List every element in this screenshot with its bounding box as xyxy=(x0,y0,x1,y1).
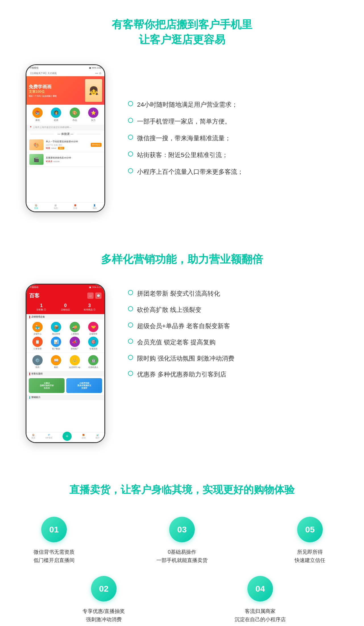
feature2-item-4: 会员充值 锁定老客 提高复购 xyxy=(128,338,338,347)
feature2-text-6: 优惠券 多种优惠券助力引客到店 xyxy=(137,370,226,379)
phone-icon-label-1: 课程 xyxy=(35,119,40,122)
phone-frame-1: 中国移动 ▣ 55% 3:00 【云模板免下单】天才画苑 ••• ⚙ 免费学画画… xyxy=(26,64,105,212)
phone-icon-shili: ⭐ 实力 xyxy=(88,108,98,122)
feature-dot-5 xyxy=(128,168,133,173)
phone-banner: 免费学画画 文章100位 现在一个月内【点击结账】课程 👧 xyxy=(26,76,104,105)
phone2-section-header-3: 营销助力 xyxy=(26,395,104,400)
feature-text-2: 一部手机管理一家店，简单方便。 xyxy=(137,117,231,126)
feature2-dot-1 xyxy=(128,290,133,295)
step-circle-03: 03 xyxy=(169,517,195,542)
phone-icon-circle-3: 🎨 xyxy=(70,108,80,118)
phone2-grid-icon-11: 👑 xyxy=(70,355,80,365)
phone2-grid-item-7: 📣 营销推广 xyxy=(66,337,84,350)
steps-row2: 02 专享优惠/直播抽奖 强刺激冲动消费 04 客流归属商家 沉淀在自己的小程序… xyxy=(26,576,338,624)
phone2-icon-msg[interactable]: 💬 xyxy=(95,293,102,299)
section1-title: 有客帮你把店搬到客户手机里 让客户逛店更容易 xyxy=(112,17,252,47)
feature-item-5: 小程序上百个流量入口带来更多客流； xyxy=(128,168,338,176)
feature-dot-1 xyxy=(128,101,133,106)
feature-dot-4 xyxy=(128,151,133,156)
phone-course-item-2: 🎬 直播课程体验色彩45分钟 ¥18.8 ¥15.98 xyxy=(26,152,104,167)
phone-nav-title: 【云模板免下单】天才画苑 xyxy=(29,72,57,75)
phone-course-price-old-1: ¥23.8 xyxy=(51,147,56,149)
step-item-03: 03 0基础易操作 一部手机就能直播卖货 xyxy=(154,517,210,565)
phone2-grid-icon-12: 🤖 xyxy=(88,355,98,365)
phone2-grid-icon-2: 📦 xyxy=(51,322,61,332)
phone2-nav-add[interactable]: + xyxy=(63,434,72,441)
phone2-status-bar: 中国移动 ▣ 70% 9:21 xyxy=(26,285,104,290)
feature2-text-2: 砍价高扩散 线上强裂变 xyxy=(137,306,201,314)
phone-course-pricing-1: ¥28 ¥23.8 课时 xyxy=(46,147,88,150)
phone2-banner-card-1: 大营识怎得才如何开好生生活 xyxy=(29,378,65,393)
phone-nav-bar: 【云模板免下单】天才画苑 ••• ⚙ xyxy=(26,71,104,76)
phone-course-title-2: 直播课程体验色彩45分钟 xyxy=(46,156,102,159)
steps-container: 01 微信背书无需资质 低门槛开启直播间 03 0基础易操作 一部手机就能直播卖… xyxy=(26,517,338,623)
phone-course-info-1: 单人一节色彩重造体验课45分钟 24477次 收藏 课时 ¥28 ¥23.8 课… xyxy=(46,140,88,150)
phone-icon-circle-2: 👩‍🏫 xyxy=(51,108,61,118)
feature2-text-1: 拼团老带新 裂变式引流高转化 xyxy=(137,289,220,298)
feature-item-2: 一部手机管理一家店，简单方便。 xyxy=(128,117,338,126)
feature2-dot-3 xyxy=(128,322,133,328)
phone2-header: 百客 □ 💬 xyxy=(26,290,104,301)
step-circle-02: 02 xyxy=(91,576,117,602)
phone2-nav-home[interactable]: 🏠首页 xyxy=(31,434,35,441)
phone2-grid-item-6: 📊 客户数据 xyxy=(47,337,65,350)
phone2-grid-icon-5: 📋 xyxy=(32,337,43,347)
section1-title-line2: 让客户逛店更容易 xyxy=(139,34,225,46)
phone-icon-label-4: 实力 xyxy=(91,119,96,122)
phone-course-price-1: ¥28 xyxy=(46,147,50,149)
phone2-nav-activity[interactable]: 🎁活动 xyxy=(82,434,86,441)
section1: 有客帮你把店搬到客户手机里 让客户逛店更容易 中国移动 ▣ 55% 3:00 【… xyxy=(0,0,364,235)
phone-screen-2: 中国移动 ▣ 70% 9:21 百客 □ 💬 1 xyxy=(26,285,104,442)
phone2-grid-item-2: 📦 商品管理 xyxy=(47,322,65,335)
phone2-bottom-nav: 🏠首页 💎VIP专区 + 🎁活动 📊统计 xyxy=(26,432,104,442)
phone2-grid-2: ⚙️ 软件 📖 教程 👑 会员审判 vip 🤖 xyxy=(26,353,104,371)
feature-item-1: 24小时随时随地满足用户营业需求； xyxy=(128,100,338,109)
phone-course-item-1: 🎨 单人一节色彩重造体验课45分钟 24477次 收藏 课时 ¥28 ¥23.8… xyxy=(26,138,104,152)
phone2-grid-item-9: ⚙️ 软件 xyxy=(29,355,46,369)
phone-screen-1: 中国移动 ▣ 55% 3:00 【云模板免下单】天才画苑 ••• ⚙ 免费学画画… xyxy=(26,65,104,211)
phone2-icon-scan[interactable]: □ xyxy=(87,293,94,299)
feature-item-4: 站街获客：附近5公里精准引流； xyxy=(128,151,338,160)
phone2-grid-item-5: 📋 订单管理 xyxy=(29,337,46,350)
section3: 直播卖货，让客户身临其境，实现更好的购物体验 01 微信背书无需资质 低门槛开启… xyxy=(0,466,364,626)
phone-course-btn-1[interactable]: 即时报名 xyxy=(91,143,102,147)
phone2-header-icons: □ 💬 xyxy=(87,293,102,299)
section1-content: 中国移动 ▣ 55% 3:00 【云模板免下单】天才画苑 ••• ⚙ 免费学画画… xyxy=(26,64,338,212)
feature-text-3: 微信搜一搜，带来海量精准流量； xyxy=(137,134,231,143)
phone-nav-item-home[interactable]: 🏠首页 xyxy=(34,204,38,210)
phone-course-price-2: ¥18.8 xyxy=(46,160,52,163)
step-circle-01: 01 xyxy=(41,517,67,542)
phone2-nav-stats[interactable]: 📊统计 xyxy=(96,434,100,441)
phone-icon-circle-1: 📚 xyxy=(32,108,43,118)
phone-course-price-old-2: ¥15.98 xyxy=(53,160,59,162)
phone2-grid-icon-6: 📊 xyxy=(51,337,61,347)
phone2-grid-icon-4: 🤝 xyxy=(88,322,98,332)
step-desc-01: 微信背书无需资质 低门槛开启直播间 xyxy=(34,548,75,565)
phone2-grid-item-8: 🎯 专属展期 xyxy=(85,337,102,350)
phone2-grid-icon-7: 📣 xyxy=(70,337,80,347)
phone-nav-item-mine[interactable]: 👤我的 xyxy=(93,204,97,210)
feature-item-3: 微信搜一搜，带来海量精准流量； xyxy=(128,134,338,143)
phone-icon-label-3: 作品 xyxy=(73,119,77,122)
phone-status-bar: 中国移动 ▣ 55% 3:00 xyxy=(26,65,104,71)
phone2-grid-1: 🏪 店铺中心 📦 商品管理 🚚 上质物流 🤝 xyxy=(26,320,104,353)
phone2-add-icon[interactable]: + xyxy=(63,432,72,441)
feature-text-4: 站街获客：附近5公里精准引流； xyxy=(137,151,228,160)
phone-nav-item-dongtai[interactable]: 📰动态 xyxy=(54,204,58,210)
feature2-dot-5 xyxy=(128,355,133,360)
phone-course-title-1: 单人一节色彩重造体验课45分钟 xyxy=(46,140,88,143)
phone2-nav-vip[interactable]: 💎VIP专区 xyxy=(45,434,52,441)
phone-course-thumb-1: 🎨 xyxy=(29,139,44,150)
phone-course-tag-1: 课时 xyxy=(58,147,64,149)
features-list-1: 24小时随时随地满足用户营业需求； 一部手机管理一家店，简单方便。 微信搜一搜，… xyxy=(128,100,338,176)
feature2-text-4: 会员充值 锁定老客 提高复购 xyxy=(137,338,216,347)
phone-banner-image: 👧 xyxy=(85,79,102,102)
phone-signal: ▣ 55% 3:00 xyxy=(89,67,102,69)
phone-nav-item-activity[interactable]: 🎁活动 xyxy=(73,204,77,210)
steps-row1: 01 微信背书无需资质 低门槛开启直播间 03 0基础易操作 一部手机就能直播卖… xyxy=(26,517,338,565)
phone-course-info-2: 直播课程体验色彩45分钟 ¥18.8 ¥15.98 xyxy=(46,156,102,163)
step-desc-05: 所见即所得 快速建立信任 xyxy=(295,548,325,565)
phone2-stat-1: 1 访客数 ① xyxy=(29,303,53,311)
phone2-grid-item-3: 🚚 上质物流 xyxy=(66,322,84,335)
section2-title: 多样化营销功能，助力营业额翻倍 xyxy=(101,252,263,267)
